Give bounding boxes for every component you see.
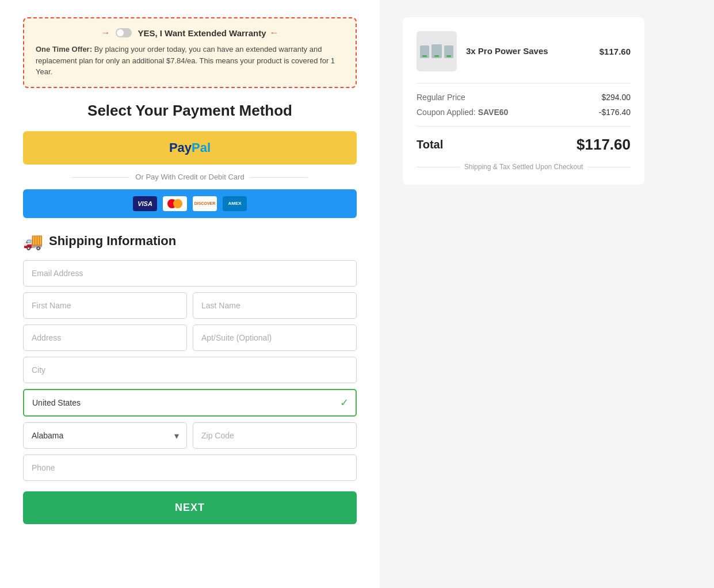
or-divider: Or Pay With Credit or Debit Card xyxy=(23,173,357,181)
total-row: Total $117.60 xyxy=(417,136,631,154)
name-row xyxy=(23,292,357,319)
product-row: 3x Pro Power Saves $117.60 xyxy=(417,31,631,71)
first-name-input[interactable] xyxy=(23,292,187,319)
phone-input[interactable] xyxy=(23,455,357,481)
device-icon xyxy=(420,44,453,58)
next-button[interactable]: NEXT xyxy=(23,491,357,524)
zip-field xyxy=(193,422,357,449)
product-info: 3x Pro Power Saves xyxy=(466,46,590,56)
country-input[interactable] xyxy=(23,389,357,417)
device-box-3 xyxy=(444,45,453,58)
country-checkmark-icon: ✓ xyxy=(340,396,349,409)
device-box-2 xyxy=(432,44,442,58)
city-field xyxy=(23,357,357,383)
coupon-label: Coupon Applied: SAVE60 xyxy=(417,108,508,117)
card-icons-bar: VISA DISCOVER AMEX xyxy=(23,189,357,218)
coupon-code: SAVE60 xyxy=(478,108,509,117)
amex-icon: AMEX xyxy=(223,196,247,211)
warranty-arrow-left: ← xyxy=(270,28,279,38)
apt-field xyxy=(193,324,357,351)
address-input[interactable] xyxy=(23,324,187,351)
left-panel: → YES, I Want Extended Warranty ← One Ti… xyxy=(0,0,380,588)
product-image xyxy=(417,31,457,71)
warranty-arrow-right: → xyxy=(101,28,110,38)
country-field: ✓ xyxy=(23,389,357,417)
coupon-label-text: Coupon Applied: xyxy=(417,108,476,117)
product-price: $117.60 xyxy=(600,47,631,56)
warranty-title: → YES, I Want Extended Warranty ← xyxy=(36,28,344,38)
total-value: $117.60 xyxy=(576,136,631,154)
phone-group xyxy=(23,455,357,481)
state-zip-row: Alabama Alaska Arizona Arkansas Californ… xyxy=(23,422,357,449)
warranty-body: One Time Offer: By placing your order to… xyxy=(36,44,344,78)
right-panel: 3x Pro Power Saves $117.60 Regular Price… xyxy=(380,0,714,588)
regular-price-row: Regular Price $294.00 xyxy=(417,93,631,102)
device-box-1 xyxy=(420,45,429,58)
address-row xyxy=(23,324,357,351)
order-summary: 3x Pro Power Saves $117.60 Regular Price… xyxy=(403,17,644,185)
total-label: Total xyxy=(417,138,443,151)
shipping-notice: Shipping & Tax Settled Upon Checkout xyxy=(417,163,631,171)
shipping-section-title: Shipping Information xyxy=(49,234,176,249)
product-name: 3x Pro Power Saves xyxy=(466,46,548,56)
paypal-button[interactable]: PayPal xyxy=(23,131,357,165)
summary-divider-1 xyxy=(417,83,631,83)
page-title: Select Your Payment Method xyxy=(23,102,357,120)
city-input[interactable] xyxy=(23,357,357,383)
first-name-field xyxy=(23,292,187,319)
shipping-truck-icon: 🚚 xyxy=(23,232,43,251)
last-name-input[interactable] xyxy=(193,292,357,319)
mastercard-icon xyxy=(163,196,187,211)
coupon-discount: -$176.40 xyxy=(599,108,631,117)
email-field-wrapper xyxy=(23,260,357,287)
summary-divider-2 xyxy=(417,126,631,127)
warranty-prefix: One Time Offer: xyxy=(36,45,92,54)
regular-price-value: $294.00 xyxy=(601,93,631,102)
email-group xyxy=(23,260,357,287)
coupon-row: Coupon Applied: SAVE60 -$176.40 xyxy=(417,108,631,117)
visa-icon: VISA xyxy=(133,196,157,211)
paypal-logo: PayPal xyxy=(169,140,211,155)
city-group xyxy=(23,357,357,383)
state-select-wrapper: Alabama Alaska Arizona Arkansas Californ… xyxy=(23,422,187,449)
warranty-toggle[interactable] xyxy=(116,28,132,37)
regular-price-label: Regular Price xyxy=(417,93,465,102)
zip-input[interactable] xyxy=(193,422,357,449)
address-field xyxy=(23,324,187,351)
warranty-banner: → YES, I Want Extended Warranty ← One Ti… xyxy=(23,17,357,88)
warranty-title-text: YES, I Want Extended Warranty xyxy=(138,28,266,38)
apt-input[interactable] xyxy=(193,324,357,351)
state-select[interactable]: Alabama Alaska Arizona Arkansas Californ… xyxy=(23,422,187,449)
discover-icon: DISCOVER xyxy=(193,196,217,211)
email-input[interactable] xyxy=(23,260,357,287)
shipping-header: 🚚 Shipping Information xyxy=(23,232,357,251)
phone-field xyxy=(23,455,357,481)
last-name-field xyxy=(193,292,357,319)
